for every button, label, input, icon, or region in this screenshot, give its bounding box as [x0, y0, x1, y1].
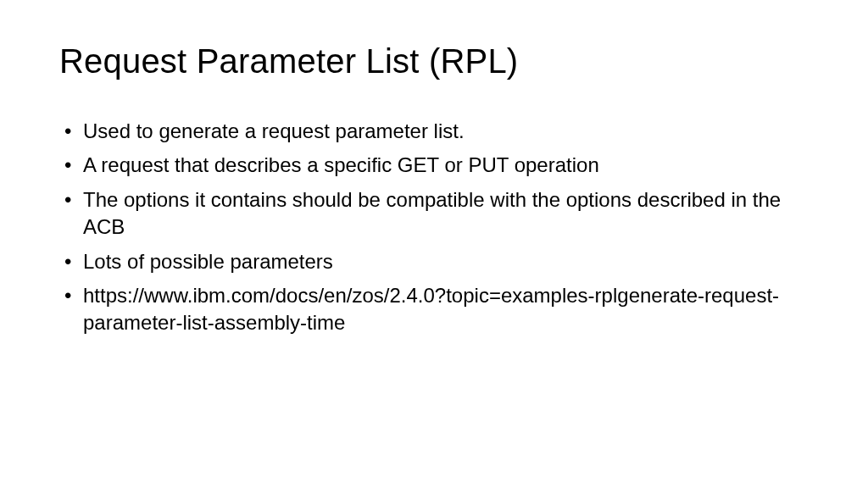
bullet-item: https://www.ibm.com/docs/en/zos/2.4.0?to… [59, 282, 809, 337]
bullet-item: Used to generate a request parameter lis… [59, 118, 809, 145]
bullet-list: Used to generate a request parameter lis… [59, 118, 809, 337]
slide-title: Request Parameter List (RPL) [59, 42, 809, 80]
bullet-item: The options it contains should be compat… [59, 186, 809, 241]
bullet-item: Lots of possible parameters [59, 248, 809, 275]
bullet-item: A request that describes a specific GET … [59, 152, 809, 179]
